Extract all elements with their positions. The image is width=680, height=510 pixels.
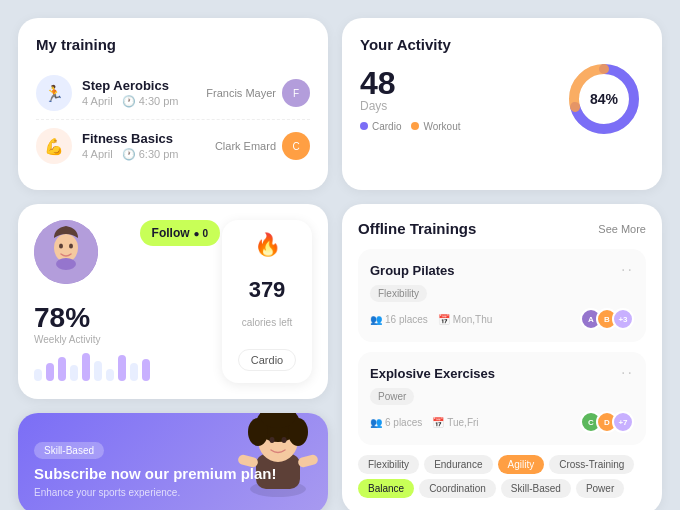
category-tag[interactable]: Flexibility [358, 455, 419, 474]
group-pilates-header: Group Pilates ·· [370, 261, 634, 279]
bar [106, 369, 114, 381]
svg-point-5 [59, 244, 63, 249]
extra-avatars-count: +7 [612, 411, 634, 433]
fire-icon: 🔥 [254, 232, 281, 258]
workout-legend: Workout [411, 121, 460, 132]
explosive-exercises-card: Explosive Exercises ·· Power 👥 6 places … [358, 352, 646, 445]
bar [142, 359, 150, 381]
subscribe-card: Skill-Based Subscribe now our premium pl… [18, 413, 328, 511]
weekly-activity-label: Weekly Activity [34, 334, 101, 345]
step-aerobics-trainer: Francis Mayer F [206, 79, 310, 107]
svg-point-4 [54, 234, 78, 262]
profile-left: Follow ● 0 78% Weekly Activity [34, 220, 210, 383]
bar [46, 363, 54, 381]
category-tag[interactable]: Balance [358, 479, 414, 498]
profile-card: Follow ● 0 78% Weekly Activity [18, 204, 328, 399]
step-aerobics-meta: 4 April 🕐 4:30 pm [82, 95, 206, 108]
your-activity-card: Your Activity 48 Days Cardio Workout [342, 18, 662, 190]
explosive-name: Explosive Exercises [370, 366, 495, 381]
group-pilates-menu[interactable]: ·· [621, 261, 634, 279]
bar [118, 355, 126, 381]
category-tag[interactable]: Agility [498, 455, 545, 474]
bar [34, 369, 42, 381]
trainer-avatar: F [282, 79, 310, 107]
workout-dot [411, 122, 419, 130]
category-tag[interactable]: Coordination [419, 479, 496, 498]
bar [94, 361, 102, 381]
explosive-tag: Power [370, 388, 414, 405]
fitness-basics-meta: 4 April 🕐 6:30 pm [82, 148, 215, 161]
training-item: 💪 Fitness Basics 4 April 🕐 6:30 pm Clark… [36, 120, 310, 172]
fitness-basics-icon: 💪 [36, 128, 72, 164]
cardio-badge[interactable]: Cardio [238, 349, 296, 371]
group-pilates-card: Group Pilates ·· Flexibility 👥 16 places… [358, 249, 646, 342]
category-tag[interactable]: Cross-Training [549, 455, 634, 474]
activity-days: 48 Days Cardio Workout [360, 67, 461, 132]
activity-content: 48 Days Cardio Workout [360, 59, 644, 139]
step-aerobics-info: Step Aerobics 4 April 🕐 4:30 pm [82, 78, 206, 108]
cardio-legend: Cardio [360, 121, 401, 132]
explosive-meta: 👥 6 places 📅 Tue,Fri C D +7 [370, 411, 634, 433]
bar [130, 363, 138, 381]
bar [82, 353, 90, 381]
explosive-info: 👥 6 places 📅 Tue,Fri [370, 417, 479, 428]
fitness-basics-info: Fitness Basics 4 April 🕐 6:30 pm [82, 131, 215, 161]
my-training-title: My training [36, 36, 310, 53]
category-tag[interactable]: Endurance [424, 455, 492, 474]
activity-title: Your Activity [360, 36, 644, 53]
see-more-button[interactable]: See More [598, 223, 646, 235]
category-tag[interactable]: Skill-Based [501, 479, 571, 498]
profile-avatar [34, 220, 98, 284]
follow-button[interactable]: Follow ● 0 [140, 220, 220, 246]
step-aerobics-name: Step Aerobics [82, 78, 206, 93]
group-pilates-name: Group Pilates [370, 263, 455, 278]
skill-badge: Skill-Based [34, 442, 104, 459]
category-tag[interactable]: Power [576, 479, 624, 498]
calories-label: calories left [242, 317, 293, 328]
offline-title: Offline Trainings [358, 220, 476, 237]
offline-header: Offline Trainings See More [358, 220, 646, 237]
subscribe-title: Subscribe now our premium plan! [34, 465, 312, 483]
weekly-activity-percent: 78% [34, 302, 90, 334]
trainer-avatar: C [282, 132, 310, 160]
group-pilates-meta: 👥 16 places 📅 Mon,Thu A B +3 [370, 308, 634, 330]
group-pilates-avatars: A B +3 [580, 308, 634, 330]
calories-number: 379 [249, 277, 286, 303]
calories-card: 🔥 379 calories left Cardio [222, 220, 312, 383]
offline-trainings-card: Offline Trainings See More Group Pilates… [342, 204, 662, 510]
subscribe-text: Skill-Based Subscribe now our premium pl… [34, 440, 312, 498]
cardio-dot [360, 122, 368, 130]
training-item: 🏃 Step Aerobics 4 April 🕐 4:30 pm Franci… [36, 67, 310, 120]
explosive-header: Explosive Exercises ·· [370, 364, 634, 382]
svg-point-7 [56, 258, 76, 270]
bar [58, 357, 66, 381]
days-number: 48 [360, 67, 461, 99]
donut-percent: 84% [590, 91, 618, 107]
fitness-basics-trainer: Clark Emard C [215, 132, 310, 160]
extra-avatars-count: +3 [612, 308, 634, 330]
svg-point-6 [69, 244, 73, 249]
group-pilates-info: 👥 16 places 📅 Mon,Thu [370, 314, 492, 325]
step-aerobics-icon: 🏃 [36, 75, 72, 111]
bar [70, 365, 78, 381]
days-label: Days [360, 99, 461, 113]
activity-donut: 84% [564, 59, 644, 139]
subscribe-subtitle: Enhance your sports experience. [34, 487, 312, 498]
activity-bars [34, 353, 150, 381]
my-training-card: My training 🏃 Step Aerobics 4 April 🕐 4:… [18, 18, 328, 190]
fitness-basics-name: Fitness Basics [82, 131, 215, 146]
category-tags: FlexibilityEnduranceAgilityCross-Trainin… [358, 455, 646, 498]
follow-count-badge: ● 0 [194, 228, 208, 239]
explosive-avatars: C D +7 [580, 411, 634, 433]
activity-legend: Cardio Workout [360, 121, 461, 132]
explosive-menu[interactable]: ·· [621, 364, 634, 382]
group-pilates-tag: Flexibility [370, 285, 427, 302]
